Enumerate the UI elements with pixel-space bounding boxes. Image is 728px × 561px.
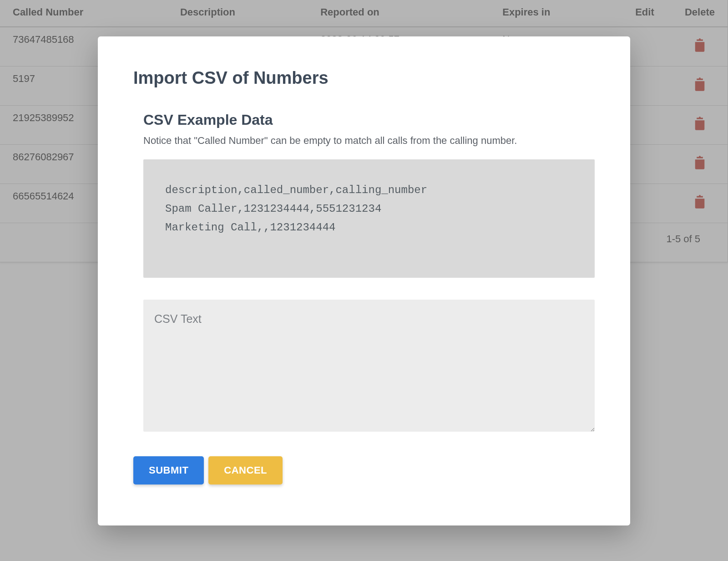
csv-text-input[interactable] bbox=[143, 300, 595, 432]
import-csv-modal: Import CSV of Numbers CSV Example Data N… bbox=[98, 36, 630, 525]
csv-example-heading: CSV Example Data bbox=[143, 112, 595, 128]
csv-example-code: description,called_number,calling_number… bbox=[143, 159, 595, 278]
submit-button[interactable]: SUBMIT bbox=[133, 456, 204, 484]
csv-example-notice: Notice that "Called Number" can be empty… bbox=[143, 135, 595, 147]
modal-button-row: SUBMIT CANCEL bbox=[133, 456, 595, 484]
cancel-button[interactable]: CANCEL bbox=[208, 456, 283, 484]
modal-title: Import CSV of Numbers bbox=[133, 68, 595, 88]
modal-overlay[interactable]: Import CSV of Numbers CSV Example Data N… bbox=[0, 0, 728, 561]
